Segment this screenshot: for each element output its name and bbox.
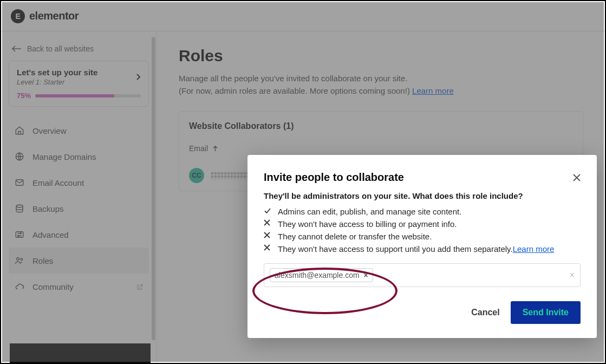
permission-text: They won't have access to billing or pay…: [278, 219, 457, 229]
x-mark-icon: [264, 232, 272, 238]
permission-text: They won't have access to support until …: [278, 244, 513, 253]
clear-input-icon[interactable]: ×: [570, 270, 575, 280]
invite-email-input[interactable]: alexsmith@example.com × ×: [264, 263, 581, 287]
x-mark-icon: [264, 244, 272, 251]
permission-row: Admins can edit, publish, and manage sit…: [264, 207, 581, 216]
chip-remove-icon[interactable]: ×: [364, 271, 368, 280]
modal-subtitle: They'll be administrators on your site. …: [264, 191, 581, 200]
x-mark-icon: [264, 219, 272, 226]
check-icon: [264, 207, 272, 214]
permission-row: They cannot delete or transfer the websi…: [264, 232, 581, 241]
cancel-button[interactable]: Cancel: [471, 308, 499, 317]
email-chip-text: alexsmith@example.com: [275, 271, 360, 280]
permission-text: Admins can edit, publish, and manage sit…: [278, 207, 461, 216]
permission-row: They won't have access to billing or pay…: [264, 219, 581, 229]
permission-row: They won't have access to support until …: [264, 244, 581, 253]
permissions-list: Admins can edit, publish, and manage sit…: [264, 207, 581, 253]
email-chip[interactable]: alexsmith@example.com ×: [270, 268, 373, 282]
permission-text: They cannot delete or transfer the websi…: [278, 232, 432, 241]
permission-learn-more-link[interactable]: Learn more: [513, 244, 555, 253]
invite-modal: Invite people to collaborate They'll be …: [247, 155, 597, 338]
modal-title: Invite people to collaborate: [264, 171, 404, 184]
send-invite-button[interactable]: Send Invite: [511, 301, 581, 324]
close-icon[interactable]: [573, 174, 581, 181]
